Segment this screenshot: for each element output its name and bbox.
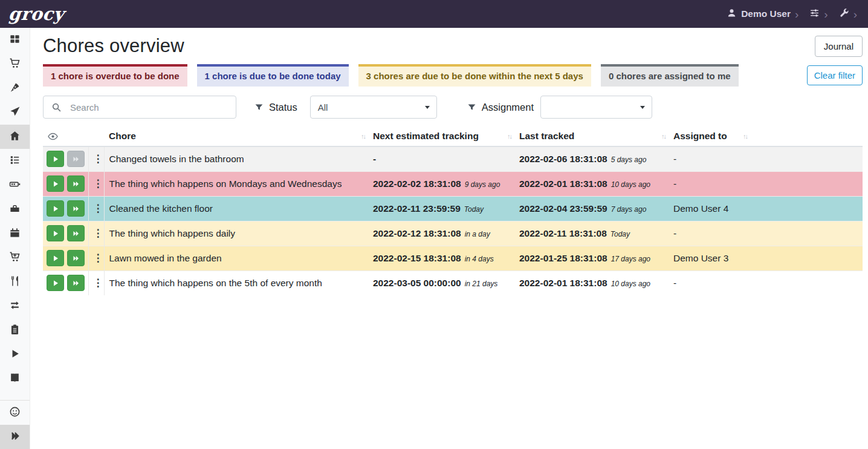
chores-table-body: ⋮ Changed towels in the bathroom - 2022-… — [43, 146, 863, 295]
sidebar-item-recipes[interactable] — [0, 76, 30, 100]
chore-row: ⋮ The thing which happens on the 5th of … — [43, 270, 863, 295]
due-soon-banner-label: 3 chores are due to be done within the n… — [366, 71, 583, 81]
assigned-to-cell: Demo User 4 — [669, 196, 750, 221]
row-menu-cell: ⋮ — [88, 196, 104, 221]
toggle-columns-header[interactable] — [43, 126, 88, 146]
chore-row: ⋮ Cleaned the kitchen floor 2022-02-11 2… — [43, 196, 863, 221]
chore-row-menu-button[interactable]: ⋮ — [90, 154, 105, 164]
assigned-to-me-banner[interactable]: 0 chores are assigned to me — [601, 64, 739, 87]
sidebar-item-meal-plan[interactable] — [0, 100, 30, 125]
sidebar-item-shopping-list[interactable] — [0, 52, 30, 76]
sidebar-item-consume[interactable] — [0, 270, 30, 294]
last-tracked-cell: 2022-01-25 18:31:0817 days ago — [514, 246, 669, 270]
assignment-filter-label: Assignment — [482, 102, 534, 113]
due-today-banner-label: 1 chore is due to be done today — [205, 71, 341, 81]
overdue-banner[interactable]: 1 chore is overdue to be done — [43, 64, 187, 87]
assigned-to-cell: - — [669, 221, 750, 246]
chores-table: Chore↑↓ Next estimated tracking↑↓ Last t… — [43, 126, 863, 295]
settings-menu[interactable]: › — [809, 8, 828, 21]
column-header-label: Assigned to — [673, 131, 727, 141]
top-navbar: grocy Demo User › › › — [0, 0, 868, 28]
row-menu-cell: ⋮ — [88, 146, 104, 171]
chore-row-menu-button[interactable]: ⋮ — [90, 203, 105, 214]
due-soon-banner[interactable]: 3 chores are due to be done within the n… — [358, 64, 591, 87]
column-header-assigned-to[interactable]: Assigned to↑↓ — [669, 126, 750, 146]
grocy-logo[interactable]: grocy — [8, 5, 65, 23]
chevron-right-icon: › — [853, 8, 857, 20]
column-header-filler — [750, 126, 863, 146]
sidebar-item-batteries-overview[interactable] — [0, 173, 30, 197]
track-chore-execution-button[interactable] — [47, 175, 64, 192]
filler-cell — [750, 171, 863, 196]
sidebar-item-stock-overview[interactable] — [0, 28, 30, 52]
chore-row-menu-button[interactable]: ⋮ — [90, 228, 105, 238]
sidebar-item-purchase[interactable] — [0, 246, 30, 270]
play-icon — [52, 205, 59, 212]
track-chore-execution-button[interactable] — [47, 151, 64, 167]
row-controls-cell — [43, 246, 88, 270]
sidebar-item-equipment[interactable] — [0, 197, 30, 221]
user-name-label: Demo User — [741, 8, 791, 19]
row-controls-cell — [43, 196, 88, 221]
row-menu-cell: ⋮ — [88, 221, 104, 246]
column-header-label: Last tracked — [519, 131, 574, 141]
sidebar-item-user-settings[interactable] — [0, 401, 30, 425]
search-box — [43, 96, 236, 119]
due-today-banner[interactable]: 1 chore is due to be done today — [197, 64, 349, 87]
track-chore-execution-button[interactable] — [47, 275, 64, 291]
play-icon — [52, 280, 59, 287]
smiley-icon — [9, 406, 21, 420]
chore-name: Changed towels in the bathroom — [109, 154, 244, 164]
fast-forward-icon — [73, 156, 80, 163]
play-icon — [52, 156, 59, 163]
sidebar-item-tasks[interactable] — [0, 149, 30, 173]
search-input[interactable] — [69, 102, 236, 113]
sidebar-bottom-group — [0, 400, 30, 449]
track-chore-execution-button[interactable] — [47, 225, 64, 241]
skip-chore-button[interactable] — [67, 200, 85, 217]
column-header-last-tracked[interactable]: Last tracked↑↓ — [514, 126, 669, 146]
skip-chore-button[interactable] — [67, 250, 85, 266]
assignment-select[interactable] — [540, 96, 652, 119]
clear-filter-button[interactable]: Clear filter — [807, 65, 863, 85]
chore-name-cell: The thing which happens on the 5th of ev… — [104, 270, 368, 295]
filler-cell — [750, 221, 863, 246]
chore-name: The thing which happens daily — [109, 228, 236, 238]
chore-name: The thing which happens on the 5th of ev… — [109, 278, 322, 288]
sidebar-expand-button[interactable] — [0, 425, 30, 449]
status-select[interactable]: All — [310, 96, 437, 119]
track-chore-execution-button[interactable] — [47, 200, 64, 217]
last-tracked-relative: 7 days ago — [611, 205, 647, 214]
main-content: Chores overview Journal 1 chore is overd… — [30, 28, 868, 449]
sidebar-item-transfer[interactable] — [0, 294, 30, 318]
chore-row-menu-button[interactable]: ⋮ — [90, 179, 105, 189]
chore-row: ⋮ Lawn mowed in the garden 2022-02-15 18… — [43, 246, 863, 270]
chore-row-menu-button[interactable]: ⋮ — [90, 278, 105, 288]
column-header-chore[interactable]: Chore↑↓ — [104, 126, 368, 146]
assigned-to-name: - — [673, 154, 676, 164]
assigned-to-name: - — [673, 179, 676, 189]
sidebar-item-inventory[interactable] — [0, 318, 30, 342]
user-menu[interactable]: Demo User › — [727, 8, 798, 21]
chore-name-cell: The thing which happens on Mondays and W… — [104, 171, 368, 196]
column-header-next-tracking[interactable]: Next estimated tracking↑↓ — [368, 126, 514, 146]
table-header-row: Chore↑↓ Next estimated tracking↑↓ Last t… — [43, 126, 863, 146]
last-tracked-cell: 2022-02-01 18:31:0810 days ago — [514, 270, 669, 295]
track-chore-execution-button[interactable] — [47, 250, 64, 266]
skip-chore-button[interactable] — [67, 275, 85, 291]
last-tracked-timestamp: 2022-02-11 18:31:08 — [519, 228, 607, 238]
admin-menu[interactable]: › — [839, 8, 857, 21]
title-row: Chores overview Journal — [43, 35, 863, 57]
journal-button[interactable]: Journal — [815, 36, 863, 57]
next-tracking-cell: 2022-02-12 18:31:08in a day — [368, 221, 514, 246]
chore-row-menu-button[interactable]: ⋮ — [90, 253, 105, 263]
skip-chore-button[interactable] — [67, 225, 85, 241]
sidebar-item-battery-tracking[interactable] — [0, 367, 30, 391]
chevron-right-icon: › — [824, 8, 828, 20]
sidebar-item-chore-tracking[interactable] — [0, 342, 30, 367]
sidebar-item-calendar[interactable] — [0, 221, 30, 246]
sidebar-item-chores-overview[interactable] — [0, 125, 30, 149]
navbar-right: Demo User › › › — [716, 8, 857, 21]
skip-chore-button[interactable] — [67, 151, 85, 167]
skip-chore-button[interactable] — [67, 175, 85, 192]
